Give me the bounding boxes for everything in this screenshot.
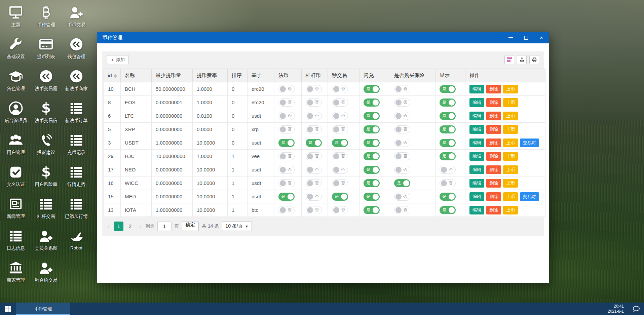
delete-button[interactable]: 删除 bbox=[486, 192, 501, 201]
desktop-icon-实名认证[interactable]: 实名认证 bbox=[1, 161, 31, 193]
edit-button[interactable]: 编辑 bbox=[469, 125, 484, 134]
edit-button[interactable]: 编辑 bbox=[469, 98, 484, 107]
edit-button[interactable]: 编辑 bbox=[469, 165, 484, 174]
toggle-lever-off[interactable]: 否 bbox=[306, 112, 322, 120]
print-button[interactable] bbox=[529, 55, 539, 64]
toggle-lever-off[interactable]: 否 bbox=[306, 85, 322, 93]
toggle-lever-off[interactable]: 否 bbox=[306, 206, 322, 214]
toggle-seconds-on[interactable]: 是 bbox=[332, 193, 348, 201]
listing-button[interactable]: 上币 bbox=[503, 206, 518, 214]
prev-page-icon[interactable]: ‹ bbox=[106, 223, 111, 230]
toggle-flash-on[interactable]: 是 bbox=[364, 99, 380, 107]
toggle-fiat-off[interactable]: 否 bbox=[278, 85, 295, 93]
desktop-icon-秒合约交易[interactable]: 秒合约交易 bbox=[31, 257, 61, 289]
desktop-icon-钱包管理[interactable]: 钱包管理 bbox=[61, 33, 91, 65]
desktop-icon-杠杆交易[interactable]: 杠杆交易 bbox=[31, 193, 61, 225]
toggle-fiat-off[interactable]: 否 bbox=[278, 112, 295, 120]
toggle-flash-on[interactable]: 是 bbox=[364, 125, 380, 133]
toggle-insurance-off[interactable]: 否 bbox=[394, 99, 410, 107]
desktop-icon-主题[interactable]: 主题 bbox=[1, 1, 31, 33]
trading-pair-button[interactable]: 交易对 bbox=[520, 139, 539, 147]
desktop-icon-新闻管理[interactable]: 新闻管理 bbox=[1, 193, 31, 225]
toggle-fiat-on[interactable]: 是 bbox=[278, 139, 295, 147]
toggle-insurance-off[interactable]: 否 bbox=[394, 125, 410, 133]
toggle-fiat-off[interactable]: 否 bbox=[278, 152, 295, 160]
toggle-fiat-off[interactable]: 否 bbox=[278, 206, 295, 214]
listing-button[interactable]: 上币 bbox=[503, 98, 518, 107]
edit-button[interactable]: 编辑 bbox=[469, 192, 484, 201]
toggle-show-on[interactable]: 是 bbox=[440, 206, 456, 214]
trading-pair-button[interactable]: 交易对 bbox=[520, 192, 539, 201]
desktop-icon-法币交易信[interactable]: $法币交易信 bbox=[31, 97, 61, 129]
export-button[interactable] bbox=[517, 55, 527, 64]
toggle-show-on[interactable]: 是 bbox=[440, 112, 456, 120]
toggle-fiat-off[interactable]: 否 bbox=[278, 166, 295, 174]
delete-button[interactable]: 删除 bbox=[486, 139, 501, 147]
toggle-insurance-off[interactable]: 否 bbox=[394, 139, 410, 147]
per-page-select[interactable]: 10 条/页 ▼ bbox=[222, 222, 252, 231]
toggle-seconds-off[interactable]: 否 bbox=[332, 99, 348, 107]
toggle-insurance-off[interactable]: 否 bbox=[394, 152, 410, 160]
desktop-icon-Robot[interactable]: Robot bbox=[61, 225, 91, 257]
delete-button[interactable]: 删除 bbox=[486, 165, 501, 174]
toggle-show-on[interactable]: 是 bbox=[440, 152, 456, 160]
desktop-icon-法币交易需[interactable]: 法币交易需 bbox=[31, 65, 61, 97]
desktop-icon-角色管理[interactable]: 角色管理 bbox=[1, 65, 31, 97]
desktop-icon-日志信息[interactable]: 日志信息 bbox=[1, 225, 31, 257]
maximize-icon[interactable] bbox=[518, 32, 534, 43]
toggle-show-on[interactable]: 是 bbox=[440, 139, 456, 147]
toggle-insurance-off[interactable]: 否 bbox=[394, 206, 410, 214]
toggle-lever-off[interactable]: 否 bbox=[306, 193, 322, 201]
toggle-show-on[interactable]: 是 bbox=[440, 193, 456, 201]
delete-button[interactable]: 删除 bbox=[486, 179, 501, 188]
toggle-flash-on[interactable]: 是 bbox=[364, 139, 380, 147]
toggle-show-on[interactable]: 是 bbox=[440, 125, 456, 133]
add-button[interactable]: + 添加 bbox=[107, 55, 129, 64]
edit-button[interactable]: 编辑 bbox=[469, 152, 484, 161]
listing-button[interactable]: 上币 bbox=[503, 165, 518, 174]
confirm-button[interactable]: 确定 bbox=[182, 222, 199, 231]
toggle-flash-on[interactable]: 是 bbox=[364, 179, 380, 187]
toggle-flash-on[interactable]: 是 bbox=[364, 112, 380, 120]
desktop-icon-基础设置[interactable]: 基础设置 bbox=[1, 33, 31, 65]
toggle-lever-off[interactable]: 否 bbox=[306, 125, 322, 133]
toggle-insurance-off[interactable]: 否 bbox=[394, 112, 410, 120]
minimize-icon[interactable] bbox=[503, 32, 518, 43]
edit-button[interactable]: 编辑 bbox=[469, 85, 484, 93]
toggle-flash-on[interactable]: 是 bbox=[364, 152, 380, 160]
next-page-icon[interactable]: › bbox=[138, 223, 143, 230]
toggle-flash-on[interactable]: 是 bbox=[364, 193, 380, 201]
toggle-show-off[interactable]: 否 bbox=[440, 179, 456, 187]
toggle-show-on[interactable]: 是 bbox=[440, 85, 456, 93]
start-button[interactable] bbox=[0, 303, 16, 315]
taskbar-item-coin-management[interactable]: 币种管理 bbox=[16, 303, 70, 315]
desktop-icon-行情走势[interactable]: 行情走势 bbox=[61, 161, 91, 193]
column-header-id[interactable]: id bbox=[104, 69, 121, 82]
toggle-lever-off[interactable]: 否 bbox=[306, 166, 322, 174]
desktop-icon-后台管理员[interactable]: 后台管理员 bbox=[1, 97, 31, 129]
toggle-seconds-on[interactable]: 是 bbox=[332, 139, 348, 147]
delete-button[interactable]: 删除 bbox=[486, 112, 501, 120]
desktop-icon-币种管理[interactable]: 币种管理 bbox=[31, 1, 61, 33]
delete-button[interactable]: 删除 bbox=[486, 152, 501, 161]
edit-button[interactable]: 编辑 bbox=[469, 179, 484, 188]
edit-button[interactable]: 编辑 bbox=[469, 112, 484, 120]
toggle-seconds-off[interactable]: 否 bbox=[332, 206, 348, 214]
listing-button[interactable]: 上币 bbox=[503, 85, 518, 93]
toggle-show-on[interactable]: 是 bbox=[440, 99, 456, 107]
toggle-insurance-off[interactable]: 否 bbox=[394, 193, 410, 201]
toggle-seconds-off[interactable]: 否 bbox=[332, 179, 348, 187]
toggle-fiat-off[interactable]: 否 bbox=[278, 125, 295, 133]
chat-bubble-icon[interactable] bbox=[629, 303, 644, 315]
toggle-insurance-off[interactable]: 否 bbox=[394, 85, 410, 93]
toggle-fiat-off[interactable]: 否 bbox=[278, 99, 295, 107]
desktop-icon-商家管理[interactable]: 商家管理 bbox=[1, 257, 31, 289]
toggle-flash-on[interactable]: 是 bbox=[364, 206, 380, 214]
page-button-1[interactable]: 1 bbox=[114, 222, 123, 231]
page-number-input[interactable] bbox=[157, 222, 172, 231]
toggle-show-off[interactable]: 否 bbox=[440, 166, 456, 174]
delete-button[interactable]: 删除 bbox=[486, 125, 501, 134]
delete-button[interactable]: 删除 bbox=[486, 85, 501, 93]
toggle-flash-on[interactable]: 是 bbox=[364, 85, 380, 93]
listing-button[interactable]: 上币 bbox=[503, 125, 518, 134]
